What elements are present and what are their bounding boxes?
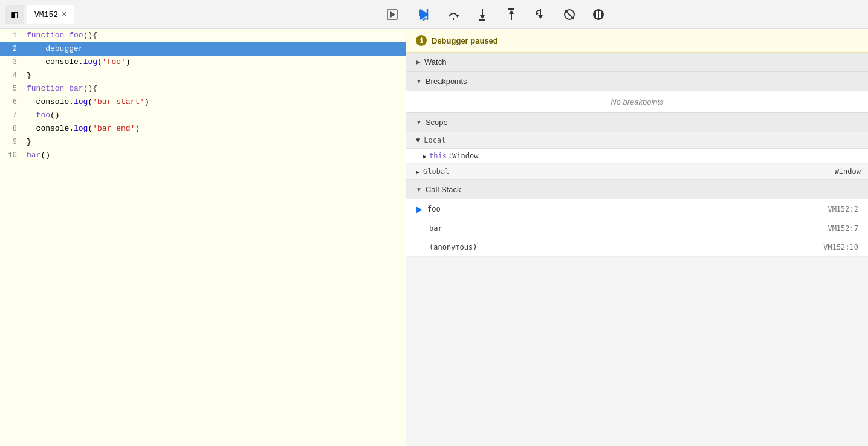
- source-tab[interactable]: VM152 ×: [27, 5, 74, 24]
- line-number-8: 8: [0, 122, 22, 135]
- step-out-icon: [505, 8, 518, 21]
- line-number-4: 4: [0, 69, 22, 82]
- code-line-8: 8 console.log('bar end'): [0, 122, 406, 135]
- step-out-button[interactable]: [503, 6, 520, 23]
- watch-label: Watch: [424, 57, 446, 66]
- line-number-5: 5: [0, 82, 22, 95]
- call-stack-bar[interactable]: bar VM152:7: [406, 219, 868, 238]
- resume-button[interactable]: [416, 6, 433, 23]
- code-line-1: 1 function foo(){: [0, 29, 406, 42]
- sidebar-toggle-button[interactable]: ◧: [5, 5, 24, 24]
- tab-label: VM152: [34, 10, 58, 19]
- scope-this-value: Window: [452, 152, 478, 160]
- line-number-7: 7: [0, 109, 22, 122]
- breakpoints-triangle: ▼: [416, 78, 422, 85]
- scope-label: Scope: [426, 118, 448, 127]
- active-frame-arrow: ▶: [416, 204, 423, 214]
- line-number-1: 1: [0, 29, 22, 42]
- call-stack-foo[interactable]: ▶ foo VM152:2: [406, 199, 868, 219]
- svg-marker-17: [535, 13, 539, 15]
- run-snippet-button[interactable]: [384, 6, 401, 23]
- code-content-1: function foo(){: [22, 29, 406, 42]
- scope-section-header[interactable]: ▼ Scope: [406, 113, 868, 132]
- code-line-10: 10 bar(): [0, 149, 406, 162]
- debugger-paused-banner: ℹ Debugger paused: [406, 29, 868, 53]
- line-number-9: 9: [0, 135, 22, 149]
- main-layout: 1 function foo(){ 2 debugger 3 console.l…: [0, 29, 868, 446]
- step-over-button[interactable]: [445, 6, 462, 23]
- right-panel: ℹ Debugger paused ▶ Watch ▼ Breakpoints …: [406, 29, 868, 446]
- svg-marker-10: [480, 15, 485, 19]
- svg-rect-22: [599, 11, 601, 18]
- tab-close-button[interactable]: ×: [62, 10, 66, 19]
- line-number-10: 10: [0, 149, 22, 162]
- local-triangle: ▼: [416, 136, 420, 144]
- code-line-6: 6 console.log('bar start'): [0, 95, 406, 109]
- step-into-button[interactable]: [474, 6, 491, 23]
- deactivate-breakpoints-icon: [563, 8, 576, 21]
- scope-sep: :: [448, 152, 452, 160]
- svg-marker-5: [419, 9, 426, 16]
- local-scope-subsection: ▼ Local ▶ this : Window: [406, 132, 868, 164]
- global-label: Global: [423, 167, 449, 176]
- code-line-3: 3 console.log('foo'): [0, 56, 406, 69]
- call-stack-anonymous-location: VM152:10: [823, 243, 858, 251]
- debugger-paused-text: Debugger paused: [432, 36, 498, 45]
- code-content-7: foo(): [22, 109, 406, 122]
- line-number-6: 6: [0, 95, 22, 109]
- run-icon: [386, 8, 398, 21]
- code-line-7: 7 foo(): [0, 109, 406, 122]
- header-row: ◧ VM152 ×: [0, 0, 868, 29]
- scope-this-item[interactable]: ▶ this : Window: [406, 149, 868, 164]
- step-back-button[interactable]: [532, 6, 549, 23]
- call-stack-label: Call Stack: [426, 185, 461, 194]
- svg-line-19: [565, 10, 574, 19]
- expand-triangle: ▶: [423, 153, 427, 160]
- local-label: Local: [424, 136, 445, 144]
- step-over-icon: [447, 8, 460, 21]
- code-content-2: debugger: [22, 42, 406, 56]
- code-content-6: console.log('bar start'): [22, 95, 406, 109]
- call-stack-foo-name: foo: [427, 205, 441, 213]
- call-stack-foo-location: VM152:2: [828, 205, 858, 213]
- global-scope-header[interactable]: ▶ Global Window: [406, 164, 868, 180]
- call-stack-content: ▶ foo VM152:2 bar VM152:7 (anonymous) VM…: [406, 199, 868, 257]
- pause-on-exceptions-button[interactable]: [590, 6, 607, 23]
- call-stack-bar-name: bar: [416, 224, 442, 233]
- watch-section-header[interactable]: ▶ Watch: [406, 53, 868, 72]
- svg-marker-13: [509, 10, 514, 14]
- call-stack-section-header[interactable]: ▼ Call Stack: [406, 180, 868, 199]
- header-left: ◧ VM152 ×: [0, 0, 406, 28]
- code-lines: 1 function foo(){ 2 debugger 3 console.l…: [0, 29, 406, 446]
- code-line-5: 5 function bar(){: [0, 82, 406, 95]
- svg-rect-21: [596, 11, 598, 18]
- scope-triangle: ▼: [416, 119, 422, 126]
- code-content-8: console.log('bar end'): [22, 122, 406, 135]
- code-line-9: 9 }: [0, 135, 406, 149]
- local-scope-header[interactable]: ▼ Local: [406, 132, 868, 149]
- line-number-2: 2: [0, 42, 22, 56]
- code-content-5: function bar(){: [22, 82, 406, 95]
- global-scope-subsection: ▶ Global Window: [406, 164, 868, 180]
- line-number-3: 3: [0, 56, 22, 69]
- pause-on-exceptions-icon: [592, 8, 605, 21]
- svg-marker-16: [538, 15, 543, 19]
- call-stack-triangle: ▼: [416, 186, 422, 193]
- step-back-icon: [534, 8, 547, 21]
- svg-point-20: [593, 9, 604, 20]
- breakpoints-section-header[interactable]: ▼ Breakpoints: [406, 72, 868, 91]
- breakpoints-content: No breakpoints: [406, 91, 868, 113]
- debug-toolbar: [406, 0, 868, 28]
- call-stack-anonymous-name: (anonymous): [416, 243, 477, 251]
- watch-triangle: ▶: [416, 59, 421, 65]
- global-value: Window: [835, 167, 861, 176]
- sidebar-icon: ◧: [11, 8, 18, 21]
- no-breakpoints-text: No breakpoints: [406, 91, 868, 112]
- call-stack-anonymous[interactable]: (anonymous) VM152:10: [406, 238, 868, 257]
- global-triangle: ▶: [416, 169, 419, 175]
- code-line-2: 2 debugger: [0, 42, 406, 56]
- code-line-4: 4 }: [0, 69, 406, 82]
- call-stack-bar-location: VM152:7: [828, 224, 858, 233]
- code-editor[interactable]: 1 function foo(){ 2 debugger 3 console.l…: [0, 29, 406, 446]
- deactivate-breakpoints-button[interactable]: [561, 6, 578, 23]
